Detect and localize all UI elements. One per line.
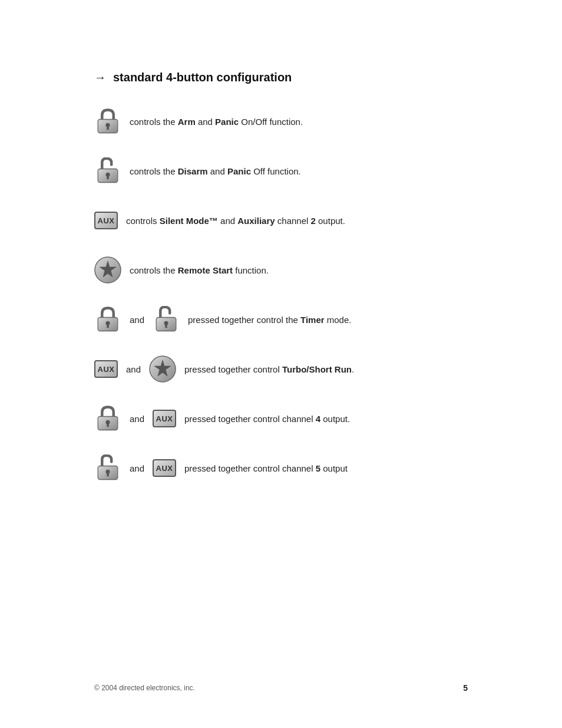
aux-icon: AUX [94, 212, 118, 229]
item-text-5: pressed together control the Timer mode. [188, 314, 351, 326]
star-icon [94, 256, 121, 284]
page-content: → standard 4-button configuration [0, 0, 562, 549]
and-text-1: and [130, 315, 144, 325]
svg-rect-13 [165, 324, 167, 328]
and-text-4: and [130, 463, 144, 473]
aux-icon-3: AUX [153, 410, 176, 427]
and-text-2: and [126, 364, 141, 374]
lock-open-icon-2 [153, 306, 180, 333]
aux-icon-4: AUX [153, 459, 176, 477]
lock-open-icon [94, 157, 121, 185]
svg-rect-5 [107, 176, 109, 179]
page-number: 5 [463, 683, 468, 693]
list-item: controls the Arm and Panic On/Off functi… [94, 106, 468, 137]
svg-rect-18 [107, 423, 109, 427]
section-title: standard 4-button configuration [113, 71, 292, 84]
item-text-3: controls Silent Mode™ and Auxiliary chan… [126, 215, 345, 227]
item-text-8: pressed together control channel 5 outpu… [184, 462, 348, 475]
lock-closed-icon [94, 108, 121, 135]
list-item: and AUX pressed together control channel… [94, 403, 468, 434]
lock-open-icon-3 [94, 454, 121, 482]
list-item: and pressed together control the Timer m… [94, 304, 468, 335]
svg-rect-2 [107, 126, 109, 130]
star-icon-2 [149, 355, 176, 383]
footer: © 2004 directed electronics, inc. 5 [0, 683, 562, 693]
list-item: controls the Disarm and Panic Off functi… [94, 155, 468, 187]
lock-closed-icon-2 [94, 306, 121, 333]
and-text-3: and [130, 414, 144, 424]
list-item: AUX controls Silent Mode™ and Auxiliary … [94, 205, 468, 236]
aux-icon-2: AUX [94, 360, 118, 378]
item-text-6: pressed together control Turbo/Short Run… [184, 363, 354, 375]
section-header: → standard 4-button configuration [94, 71, 468, 84]
svg-rect-21 [107, 473, 109, 476]
svg-rect-10 [107, 324, 109, 328]
item-text-2: controls the Disarm and Panic Off functi… [130, 165, 301, 177]
list-item: AUX and pressed together control Turbo/S… [94, 353, 468, 385]
list-item: and AUX pressed together control channel… [94, 452, 468, 484]
item-text-1: controls the Arm and Panic On/Off functi… [130, 116, 303, 128]
item-text-4: controls the Remote Start function. [130, 264, 269, 276]
list-item: controls the Remote Start function. [94, 254, 468, 286]
copyright: © 2004 directed electronics, inc. [94, 684, 195, 692]
arrow-icon: → [94, 71, 106, 84]
item-text-7: pressed together control channel 4 outpu… [184, 413, 350, 425]
lock-closed-icon-3 [94, 405, 121, 432]
